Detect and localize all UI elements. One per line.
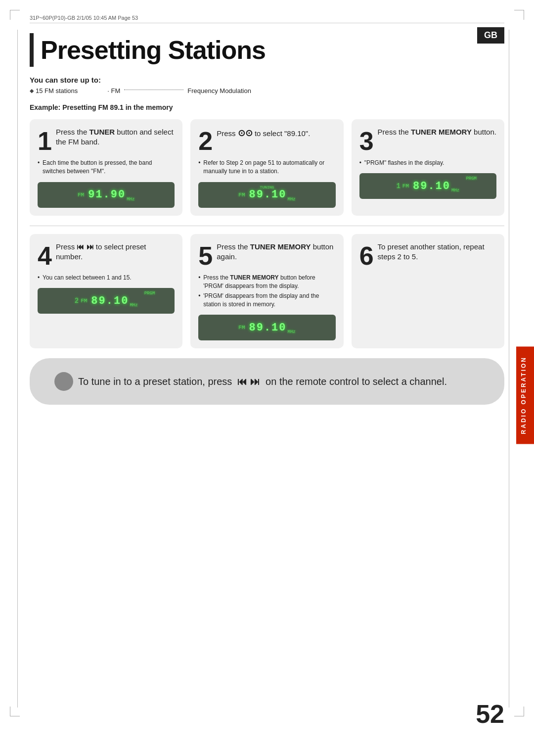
frequency-modulation-text: Frequency Modulation [187, 87, 251, 94]
page-number: 52 [476, 699, 504, 729]
step-4-preset: 2 [75, 297, 79, 305]
step-1-box: 1 Press the TUNER button and select the … [30, 119, 182, 216]
step-4-box: 4 Press ⏮ ⏭ to select preset number. You… [30, 234, 182, 349]
header-line: 31P~60P(P10)-GB 2/1/05 10:45 AM Page 53 [30, 15, 504, 23]
step-6-number: 6 [359, 243, 374, 269]
gb-badge: GB [477, 27, 504, 44]
step-3-display-value: 89.10 [413, 180, 450, 192]
diamond-icon: ◆ [30, 88, 34, 94]
step-5-box: 5 Press the TUNER MEMORY button again. P… [190, 234, 343, 349]
step-3-display: PRGM 1 FM 89.10 MHz [359, 173, 496, 199]
step-3-text: 3 Press the TUNER MEMORY button. [359, 127, 496, 154]
corner-mark-br [514, 707, 524, 716]
step-1-bullet-1: Each time the button is pressed, the ban… [38, 159, 175, 176]
step-2-display-value: 89.10 [249, 189, 286, 201]
corner-mark-tl [10, 10, 20, 20]
step-3-preset: 1 [396, 182, 400, 190]
bottom-info-box: To tune in to a preset station, press ⏮ … [30, 358, 504, 405]
step-4-bullets: You can select between 1 and 15. [38, 274, 175, 282]
step-4-number: 4 [38, 243, 52, 269]
step-4-bullet-1: You can select between 1 and 15. [38, 274, 175, 282]
step-3-bullets: "PRGM" flashes in the display. [359, 159, 496, 167]
step-1-display: FM 91.90 MHz [38, 182, 175, 208]
steps-row-1: 1 Press the TUNER button and select the … [30, 119, 504, 216]
store-item-2: · FM Frequency Modulation [107, 87, 251, 94]
bottom-info-circle [54, 372, 73, 391]
radio-sidebar: RADIO OPERATION [516, 346, 534, 444]
step-2-display: TUNING FM 89.10 MHz [198, 182, 335, 208]
step-1-number: 1 [38, 128, 52, 154]
fm-label: · FM [107, 87, 120, 94]
step-2-bullets: Refer to Step 2 on page 51 to automatica… [198, 159, 335, 176]
step-2-number: 2 [198, 128, 213, 154]
page-title: Presetting Stations [41, 35, 266, 65]
dot-leader [124, 90, 183, 90]
side-line-right [509, 30, 509, 708]
step-5-display: FM 89.10 MHz [198, 315, 335, 340]
header-line-text: 31P~60P(P10)-GB 2/1/05 10:45 AM Page 53 [30, 15, 138, 21]
step-2-tuning-wrapper: 2 Press ⊙⊙ to select "89.10". [198, 127, 335, 154]
step-4-display: PRGM 2 FM 89.10 MHz [38, 288, 175, 314]
step-2-text: 2 Press ⊙⊙ to select "89.10". [198, 127, 335, 154]
step-5-display-value: 89.10 [249, 322, 286, 334]
step-3-display-mhz: MHz [451, 188, 459, 193]
radio-sidebar-text: RADIO OPERATION [520, 356, 527, 434]
step-5-number: 5 [198, 243, 213, 269]
corner-mark-tr [514, 10, 524, 20]
step-5-bullet-1: Press the TUNER MEMORY button before 'PR… [198, 274, 335, 291]
step-1-display-mhz: MHz [127, 197, 134, 202]
step-2-display-label: FM [238, 192, 245, 198]
step-3-box: 3 Press the TUNER MEMORY button. "PRGM" … [352, 119, 504, 216]
step-1-screen-wrapper: FM 91.90 MHz [38, 182, 175, 208]
step-5-display-mhz: MHz [288, 330, 296, 334]
store-item-1-text: 15 FM stations [36, 87, 78, 94]
step-6-box: 6 To preset another station, repeat step… [352, 234, 504, 349]
step-3-display-label: FM [402, 183, 409, 189]
step-6-text: 6 To preset another station, repeat step… [359, 242, 496, 269]
step-1-text: 1 Press the TUNER button and select the … [38, 127, 175, 154]
step-4-display-value: 89.10 [91, 295, 129, 307]
step-3-prgm: PRGM [466, 176, 477, 181]
step-5-text: 5 Press the TUNER MEMORY button again. [198, 242, 335, 269]
step-4-screen-wrapper: PRGM 2 FM 89.10 MHz [38, 288, 175, 314]
step-5-bullets: Press the TUNER MEMORY button before 'PR… [198, 274, 335, 309]
title-accent [30, 33, 34, 67]
step-1-display-value: 91.90 [88, 189, 126, 201]
store-heading: You can store up to: [30, 76, 504, 84]
step-4-display-mhz: MHz [130, 303, 137, 308]
step-5-screen-wrapper: FM 89.10 MHz [198, 315, 335, 340]
store-item-1: ◆ 15 FM stations [30, 87, 78, 94]
step-1-bullets: Each time the button is pressed, the ban… [38, 159, 175, 176]
example-heading: Example: Presetting FM 89.1 in the memor… [30, 103, 504, 111]
bottom-info-text: To tune in to a preset station, press ⏮ … [78, 375, 447, 388]
step-2-screen-wrapper: TUNING FM 89.10 MHz [198, 182, 335, 208]
steps-row-2: 4 Press ⏮ ⏭ to select preset number. You… [30, 234, 504, 349]
step-2-bullet-1: Refer to Step 2 on page 51 to automatica… [198, 159, 335, 176]
side-line-left [17, 30, 18, 708]
step-2-tuning-label: TUNING [260, 185, 274, 189]
step-5-display-label: FM [238, 325, 245, 331]
step-5-bullet-2: 'PRGM' disappears from the display and t… [198, 292, 335, 309]
step-2-box: 2 Press ⊙⊙ to select "89.10". Refer to S… [190, 119, 343, 216]
title-bar: Presetting Stations [30, 33, 504, 67]
steps-divider [30, 226, 504, 226]
corner-mark-bl [10, 707, 20, 716]
step-4-text: 4 Press ⏮ ⏭ to select preset number. [38, 242, 175, 269]
step-4-display-label: FM [81, 298, 87, 304]
step-3-screen-wrapper: PRGM 1 FM 89.10 MHz [359, 173, 496, 199]
store-items: ◆ 15 FM stations · FM Frequency Modulati… [30, 87, 504, 94]
step-2-display-mhz: MHz [288, 197, 296, 202]
step-1-display-label: FM [78, 192, 84, 198]
step-3-bullet-1: "PRGM" flashes in the display. [359, 159, 496, 167]
page-container: 31P~60P(P10)-GB 2/1/05 10:45 AM Page 53 … [0, 0, 534, 756]
step-3-number: 3 [359, 128, 374, 154]
step-4-prgm: PRGM [144, 291, 155, 296]
store-section: You can store up to: ◆ 15 FM stations · … [30, 76, 504, 94]
